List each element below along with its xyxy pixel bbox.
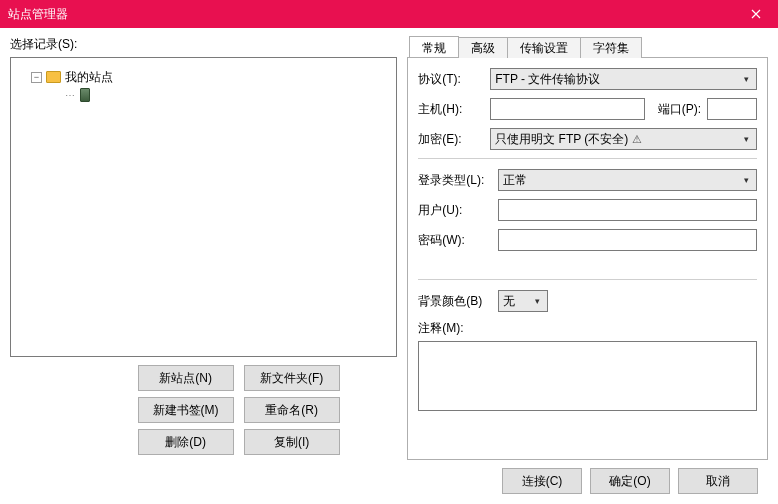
host-label: 主机(H): (418, 101, 484, 118)
password-label: 密码(W): (418, 232, 492, 249)
ok-button[interactable]: 确定(O) (590, 468, 670, 494)
chevron-down-icon: ▾ (738, 172, 754, 188)
close-button[interactable] (734, 0, 778, 28)
tab-general[interactable]: 常规 (409, 36, 459, 57)
close-icon (751, 9, 761, 19)
chevron-down-icon: ▾ (738, 71, 754, 87)
port-input[interactable] (707, 98, 757, 120)
dialog-buttons: 连接(C) 确定(O) 取消 (10, 460, 768, 504)
rename-button[interactable]: 重命名(R) (244, 397, 340, 423)
tab-transfer[interactable]: 传输设置 (507, 37, 581, 58)
logon-type-value: 正常 (503, 172, 527, 189)
tab-strip: 常规 高级 传输设置 字符集 (407, 36, 768, 58)
connect-button[interactable]: 连接(C) (502, 468, 582, 494)
server-icon (80, 88, 90, 102)
select-entry-label: 选择记录(S): (10, 36, 397, 53)
chevron-down-icon: ▾ (529, 293, 545, 309)
chevron-down-icon: ▾ (738, 131, 754, 147)
site-tree[interactable]: − 我的站点 ⋯ (10, 57, 397, 357)
settings-panel: 常规 高级 传输设置 字符集 协议(T): FTP - 文件传输协议 ▾ 主机(… (407, 36, 768, 460)
site-action-buttons: 新站点(N) 新文件夹(F) 新建书签(M) 重命名(R) 删除(D) 复制(I… (10, 365, 397, 455)
encryption-combo[interactable]: 只使用明文 FTP (不安全) ⚠ ▾ (490, 128, 757, 150)
comment-textarea[interactable] (418, 341, 757, 411)
encryption-label: 加密(E): (418, 131, 484, 148)
titlebar: 站点管理器 (0, 0, 778, 28)
tab-charset[interactable]: 字符集 (580, 37, 642, 58)
new-site-button[interactable]: 新站点(N) (138, 365, 234, 391)
bgcolor-label: 背景颜色(B) (418, 293, 492, 310)
new-bookmark-button[interactable]: 新建书签(M) (138, 397, 234, 423)
tree-root-row[interactable]: − 我的站点 (17, 68, 390, 86)
site-list-panel: 选择记录(S): − 我的站点 ⋯ 新站点(N) 新文件夹(F) 新建书签(M)… (10, 36, 397, 460)
user-input[interactable] (498, 199, 757, 221)
tab-advanced[interactable]: 高级 (458, 37, 508, 58)
logon-type-label: 登录类型(L): (418, 172, 492, 189)
tree-root-label: 我的站点 (65, 69, 113, 86)
divider (418, 279, 757, 280)
warning-icon: ⚠ (632, 133, 642, 146)
bgcolor-value: 无 (503, 293, 515, 310)
tab-page-general: 协议(T): FTP - 文件传输协议 ▾ 主机(H): 端口(P): 加密(E… (407, 58, 768, 460)
user-label: 用户(U): (418, 202, 492, 219)
comment-label: 注释(M): (418, 320, 757, 337)
new-folder-button[interactable]: 新文件夹(F) (244, 365, 340, 391)
divider (418, 158, 757, 159)
tree-branch-icon: ⋯ (65, 90, 76, 101)
password-input[interactable] (498, 229, 757, 251)
host-input[interactable] (490, 98, 645, 120)
encryption-value: 只使用明文 FTP (不安全) (495, 131, 628, 148)
port-label: 端口(P): (651, 101, 701, 118)
protocol-label: 协议(T): (418, 71, 484, 88)
logon-type-combo[interactable]: 正常 ▾ (498, 169, 757, 191)
protocol-combo[interactable]: FTP - 文件传输协议 ▾ (490, 68, 757, 90)
collapse-icon[interactable]: − (31, 72, 42, 83)
cancel-button[interactable]: 取消 (678, 468, 758, 494)
delete-button[interactable]: 删除(D) (138, 429, 234, 455)
copy-button[interactable]: 复制(I) (244, 429, 340, 455)
folder-icon (46, 71, 61, 83)
protocol-value: FTP - 文件传输协议 (495, 71, 600, 88)
tree-site-row[interactable]: ⋯ (17, 86, 390, 104)
bgcolor-combo[interactable]: 无 ▾ (498, 290, 548, 312)
window-title: 站点管理器 (8, 6, 68, 23)
